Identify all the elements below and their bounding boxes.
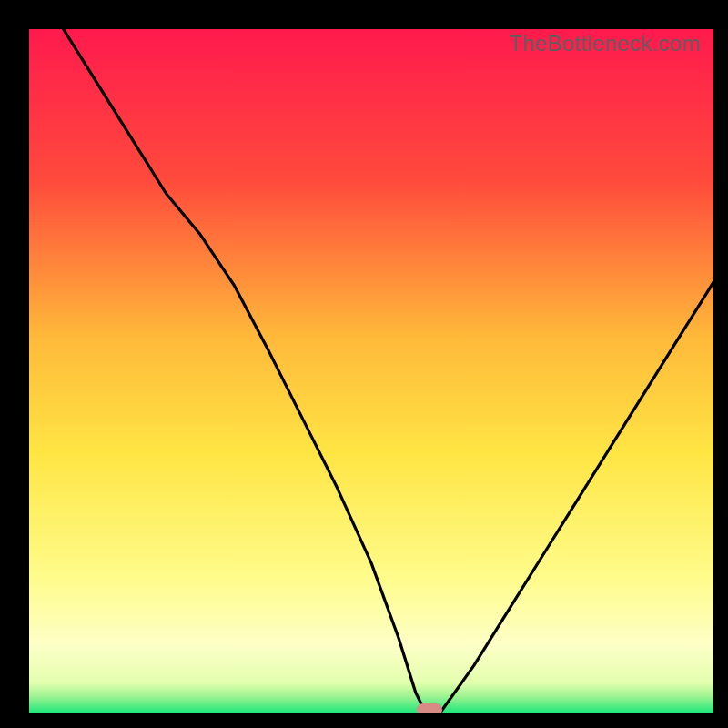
bottleneck-curve <box>29 29 713 713</box>
chart-frame: TheBottleneck.com <box>0 0 728 728</box>
watermark-text: TheBottleneck.com <box>509 31 701 56</box>
plot-area: TheBottleneck.com <box>29 29 713 713</box>
bottleneck-marker <box>417 703 442 713</box>
